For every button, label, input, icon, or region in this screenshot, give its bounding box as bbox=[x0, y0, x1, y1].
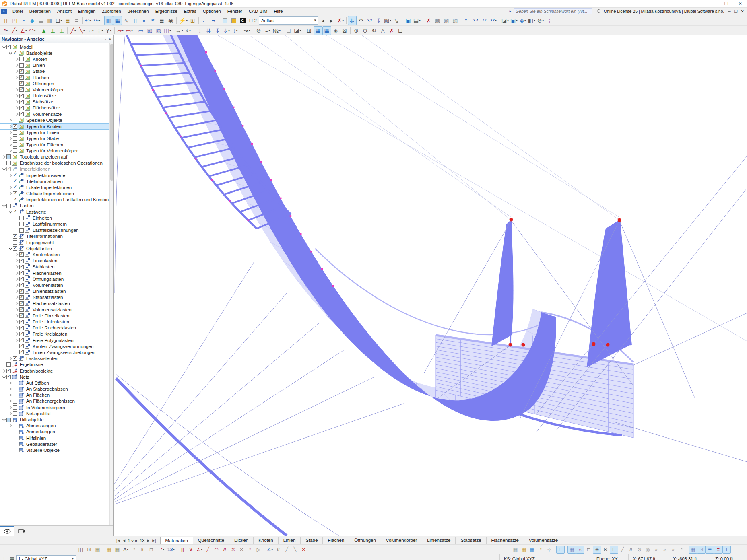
dimension-tool-button[interactable]: A▾ bbox=[122, 546, 130, 554]
menu-optionen[interactable]: Optionen bbox=[200, 8, 224, 14]
table-view-button[interactable]: ▥ bbox=[104, 16, 113, 25]
expander-icon[interactable] bbox=[8, 51, 13, 56]
menu-berechnen[interactable]: Berechnen bbox=[124, 8, 152, 14]
tree-item-objektlasten[interactable]: Objektlasten bbox=[0, 245, 109, 251]
axis-y2-view-button[interactable]: Y↗ bbox=[471, 16, 480, 25]
pin-node-button[interactable]: ⊹ bbox=[545, 546, 553, 554]
tree-item-netz[interactable]: Netz bbox=[0, 374, 109, 380]
load-values-toggle[interactable]: x,x bbox=[357, 16, 365, 25]
guideline-line-button[interactable]: ╱ bbox=[204, 546, 212, 554]
tree-item-eigengewicht[interactable]: Eigengewicht bbox=[0, 239, 109, 245]
poly-parallel-button[interactable]: // bbox=[274, 546, 283, 554]
visibility-checkbox[interactable] bbox=[13, 448, 17, 452]
expander-icon[interactable] bbox=[8, 118, 13, 123]
visibility-checkbox[interactable] bbox=[19, 307, 24, 312]
poly-line1-button[interactable]: ╱ bbox=[283, 546, 291, 554]
visibility-checkbox[interactable] bbox=[19, 301, 24, 306]
mdi-restore-button[interactable]: ❐ bbox=[733, 9, 739, 14]
prev-loadcase-button[interactable]: ◂ bbox=[318, 16, 327, 25]
tree-item-hilfslinien[interactable]: Hilfslinien bbox=[0, 435, 109, 441]
expander-icon[interactable] bbox=[14, 313, 19, 318]
star-snap-toggle[interactable]: * bbox=[677, 546, 686, 554]
open-model-button[interactable]: ◳ bbox=[10, 16, 19, 25]
measure-button[interactable]: △ bbox=[378, 26, 387, 35]
visibility-checkbox[interactable] bbox=[19, 283, 24, 287]
table-tab-stabsätze[interactable]: Stabsätze bbox=[456, 537, 486, 544]
grid-insert-button[interactable]: ▦ bbox=[105, 546, 113, 554]
table-tab-flächen[interactable]: Flächen bbox=[323, 537, 349, 544]
expander-icon[interactable] bbox=[1, 45, 6, 49]
expander-icon[interactable] bbox=[8, 142, 13, 147]
notes-button[interactable]: ≡ bbox=[72, 16, 81, 25]
new-model-button[interactable]: ▯ bbox=[1, 16, 10, 25]
find-object-button[interactable]: ◉ bbox=[166, 16, 175, 25]
nodal-load-button[interactable]: ↓ bbox=[196, 26, 204, 35]
display-tab[interactable] bbox=[0, 526, 14, 536]
menu-fenster[interactable]: Fenster bbox=[224, 8, 246, 14]
visibility-checkbox[interactable] bbox=[6, 369, 11, 373]
tree-item-stabsatzlasten[interactable]: Stabsatzlasten bbox=[0, 294, 109, 301]
expander-icon[interactable] bbox=[1, 375, 6, 379]
box-snap-toggle[interactable]: ⊠ bbox=[601, 546, 610, 554]
tree-item-typen-für-knoten[interactable]: Typen für Knoten bbox=[0, 123, 109, 129]
visibility-checkbox[interactable] bbox=[19, 69, 24, 74]
member-eccentricity-button[interactable]: ⊹▾ bbox=[95, 26, 104, 35]
tree-item-lastfallbezeichnungen[interactable]: Lastfallbezeichnungen bbox=[0, 227, 109, 233]
next-loadcase-button[interactable]: ▸ bbox=[327, 16, 336, 25]
tree-item-freie-kreislasten[interactable]: Freie Kreislasten bbox=[0, 331, 109, 337]
panel-pin-icon[interactable]: ▫ bbox=[105, 37, 106, 41]
table-tab-volumensätze[interactable]: Volumensätze bbox=[524, 537, 563, 544]
expander-icon[interactable] bbox=[14, 283, 19, 288]
user-views-button[interactable]: ▣▾ bbox=[510, 16, 518, 25]
menu-hilfe[interactable]: Hilfe bbox=[270, 8, 286, 14]
visibility-checkbox[interactable] bbox=[19, 326, 24, 330]
ucs-icon[interactable]: ⊥ bbox=[0, 555, 8, 560]
tree-item-lastfallnummern[interactable]: Lastfallnummern bbox=[0, 221, 109, 227]
line-support-button[interactable]: ⊥ bbox=[48, 26, 57, 35]
new-line-button[interactable]: ╱▾ bbox=[10, 26, 19, 35]
table-tab-linien[interactable]: Linien bbox=[279, 537, 301, 544]
visibility-checkbox[interactable] bbox=[13, 142, 17, 147]
tree-item-knoten[interactable]: Knoten bbox=[0, 56, 109, 62]
poly-line2-button[interactable]: ╲ bbox=[291, 546, 299, 554]
tree-item-freie-einzellasten[interactable]: Freie Einzellasten bbox=[0, 313, 109, 319]
visibility-button[interactable]: ◒▾ bbox=[263, 26, 272, 35]
chevron-right-icon[interactable]: ▸ bbox=[509, 9, 511, 13]
new-opening-button[interactable]: ▭ bbox=[136, 26, 145, 35]
visibility-checkbox[interactable] bbox=[6, 418, 11, 422]
pin-view-button[interactable]: ⊹ bbox=[545, 16, 554, 25]
axis-xyz-view-button[interactable]: XY▾ bbox=[489, 16, 498, 25]
table-tab-dicken[interactable]: Dicken bbox=[229, 537, 254, 544]
expander-icon[interactable] bbox=[1, 154, 6, 159]
expander-icon[interactable] bbox=[8, 130, 13, 135]
tree-item-volumensätze[interactable]: Volumensätze bbox=[0, 111, 109, 117]
visibility-checkbox[interactable] bbox=[13, 179, 17, 183]
member-load-button[interactable]: ↧ bbox=[213, 26, 222, 35]
table-prev-button[interactable]: ◀ bbox=[122, 539, 125, 543]
tree-item-knoten-zwangsverformungen[interactable]: Knoten-Zwangsverformungen bbox=[0, 343, 109, 349]
expander-icon[interactable] bbox=[14, 325, 19, 330]
table-tab-liniensätze[interactable]: Liniensätze bbox=[422, 537, 456, 544]
grid-snap-toggle[interactable]: ▦ bbox=[567, 546, 576, 554]
section-cut-button[interactable]: ⊘ bbox=[254, 26, 263, 35]
cad-numbering-button[interactable]: 12▾ bbox=[167, 546, 175, 554]
table-tab-stäbe[interactable]: Stäbe bbox=[301, 537, 323, 544]
maximize-button[interactable]: ❐ bbox=[720, 0, 733, 8]
tree-item-ergebnisobjekte[interactable]: Ergebnisobjekte bbox=[0, 368, 109, 374]
result-color-chip[interactable] bbox=[229, 16, 238, 25]
visibility-checkbox[interactable] bbox=[13, 442, 17, 446]
tree-item-linienlasten[interactable]: Linienlasten bbox=[0, 258, 109, 264]
sc-panel-button[interactable]: SC bbox=[149, 16, 157, 25]
pin-last-toggle[interactable]: ⊥ bbox=[722, 546, 731, 554]
contact-solid-button[interactable]: ◫▾ bbox=[163, 26, 172, 35]
keyword-search-input[interactable] bbox=[514, 8, 592, 14]
member-division-button[interactable]: Y▾ bbox=[104, 26, 113, 35]
guideline-star-button[interactable]: * bbox=[246, 546, 254, 554]
expander-icon[interactable] bbox=[8, 381, 13, 385]
tree-item-ergebnisse-der-booleschen-operationen[interactable]: Ergebnisse der booleschen Operationen bbox=[0, 160, 109, 166]
tree-item-ergebnisse[interactable]: Ergebnisse bbox=[0, 362, 109, 368]
magnet-snap-toggle[interactable]: ∩ bbox=[576, 546, 584, 554]
diagram-button[interactable]: ∿ bbox=[122, 16, 131, 25]
visibility-checkbox[interactable] bbox=[6, 45, 11, 49]
corner-snap-toggle[interactable]: ∟ bbox=[610, 546, 618, 554]
